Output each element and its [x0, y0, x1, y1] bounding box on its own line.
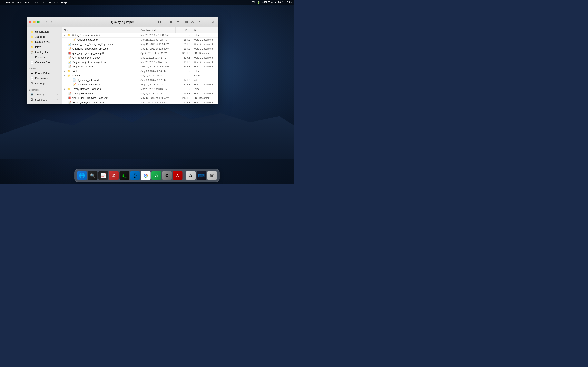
- table-row[interactable]: 📝 revised_Elder_Qualifying_Paper.docx Ma…: [62, 42, 218, 47]
- table-row[interactable]: ▶ 📁 Library Methods Proposals Mar 29, 20…: [62, 87, 218, 91]
- table-row[interactable]: 📝 QualifyingPaperAcceptForm.doc May 13, …: [62, 47, 218, 51]
- menubar-app-name[interactable]: Finder: [6, 1, 14, 4]
- minimize-button[interactable]: [33, 21, 35, 23]
- dock-icon-finder[interactable]: 🌐: [77, 171, 87, 180]
- sidebar-item-documents[interactable]: 📄 Documents: [28, 76, 61, 81]
- tag-button[interactable]: [196, 19, 201, 25]
- table-row[interactable]: ▶ 📁 Print Aug 9, 2018 at 2:16 PM -- Fold…: [62, 69, 218, 73]
- dock-icon-vscode2[interactable]: ⌨: [197, 171, 207, 180]
- maximize-button[interactable]: [37, 21, 40, 23]
- col-name: 📝 Library Books.docx: [62, 92, 139, 95]
- table-row[interactable]: 📝 QP Proposal Draft 1.docx May 9, 2018 a…: [62, 55, 218, 60]
- close-button[interactable]: [29, 21, 31, 23]
- dock-icon-robinhood[interactable]: 📈: [98, 171, 108, 180]
- share-button[interactable]: [190, 19, 195, 25]
- eject-icon[interactable]: ⏏: [56, 98, 58, 101]
- svg-rect-10: [177, 21, 180, 22]
- svg-rect-4: [164, 21, 167, 21]
- dock-icon-print[interactable]: 🖨: [186, 171, 196, 180]
- file-name: Project Subject Headings.docx: [72, 61, 106, 64]
- sidebar-item-home[interactable]: 🏠 timothyelder: [28, 50, 61, 54]
- dock-icon-trash[interactable]: 🗑: [207, 171, 217, 180]
- sidebar-item-pandoc[interactable]: 📁 .pandoc: [28, 34, 61, 39]
- dock-icon-alfred[interactable]: 🔍: [88, 171, 98, 180]
- apple-menu[interactable]: : [2, 1, 3, 4]
- sidebar-item-desktop[interactable]: 🖥 Desktop: [28, 81, 61, 86]
- table-row[interactable]: 📝 Library Books.docx May 2, 2018 at 4:17…: [62, 91, 218, 96]
- table-row[interactable]: 📝 Project Notes.docx Nov 15, 2017 at 11:…: [62, 64, 218, 69]
- expand-arrow-icon[interactable]: ▶: [64, 34, 66, 36]
- col-header-name[interactable]: Name ▼: [62, 27, 139, 33]
- search-button[interactable]: [210, 19, 216, 25]
- col-kind: PDF Document: [192, 52, 218, 55]
- table-row[interactable]: 📝 lit_review_notes.docx Aug 10, 2018 at …: [62, 82, 218, 87]
- expand-arrow-icon[interactable]: ▶: [64, 88, 66, 90]
- col-date: Sep 6, 2018 at 3:57 PM: [139, 79, 176, 82]
- more-button[interactable]: [202, 19, 208, 25]
- sidebar-item-plaintext[interactable]: 📁 plaintext_w...: [28, 39, 61, 44]
- sidebar-item-ssd[interactable]: 🖥 ssdfiles.... ⏏: [28, 97, 61, 102]
- file-icon: 📝: [68, 65, 71, 68]
- sidebar-item-latex[interactable]: 📁 latex: [28, 44, 61, 49]
- sidebar-item-label: Pictures: [35, 56, 45, 59]
- locations-section-label: Locations: [26, 86, 62, 92]
- table-row[interactable]: 📝 revision notes.docx Mar 25, 2019 at 4:…: [62, 38, 218, 42]
- menubar-file[interactable]: File: [17, 1, 22, 4]
- sidebar-item-pictures[interactable]: 🖼 Pictures: [28, 55, 61, 59]
- sidebar-item-label: timothyelder: [35, 50, 50, 54]
- svg-rect-6: [164, 23, 167, 23]
- col-size: 24 KB: [176, 65, 192, 68]
- menubar-window[interactable]: Window: [49, 1, 58, 4]
- col-header-date[interactable]: Date Modified: [139, 27, 176, 33]
- table-row[interactable]: ▶ 📁 Material May 6, 2019 at 5:26 PM -- F…: [62, 73, 218, 78]
- gallery-view-button[interactable]: [175, 19, 181, 25]
- menubar-go[interactable]: Go: [42, 1, 45, 4]
- menubar-view[interactable]: View: [33, 1, 38, 4]
- table-row[interactable]: 📕 final_Elder_Qualifying_Paper.pdf May 1…: [62, 96, 218, 100]
- dock-icon-vscode[interactable]: ⟨⟩: [130, 171, 140, 180]
- list-view-button[interactable]: [163, 19, 169, 25]
- file-list-header: Name ▼ Date Modified Size Kind: [62, 27, 218, 33]
- table-row[interactable]: 📝 Elder_Qualifying_Paper.docx Jan 3, 201…: [62, 100, 218, 104]
- table-row[interactable]: 📄 lit_review_notes.md Sep 6, 2018 at 3:5…: [62, 78, 218, 82]
- menubar-datetime: Thu Jan 26 11:16 AM: [268, 1, 292, 4]
- col-kind: PDF Document: [192, 97, 218, 100]
- svg-rect-11: [177, 23, 177, 24]
- svg-point-24: [145, 175, 147, 176]
- sidebar-item-dissertation[interactable]: 📁 dissertation: [28, 29, 61, 34]
- table-row[interactable]: 📕 qual_paper_accept_form.pdf Apr 2, 2019…: [62, 51, 218, 55]
- dock-icon-zotero[interactable]: Z: [109, 171, 119, 180]
- file-list: Name ▼ Date Modified Size Kind: [62, 27, 218, 104]
- dock-icon-chrome[interactable]: [141, 171, 151, 180]
- dock-icon-spotify[interactable]: ♫: [151, 171, 161, 180]
- folder-icon: 📁: [30, 45, 34, 49]
- file-icon: 📝: [68, 43, 71, 46]
- forward-button[interactable]: ›: [49, 20, 54, 25]
- col-name: ▶ 📁 Writing Seminar Submission: [62, 34, 139, 37]
- group-by-button[interactable]: [183, 19, 189, 25]
- sidebar-item-icloud-drive[interactable]: ☁ iCloud Drive: [28, 71, 61, 76]
- sidebar-item-label: ssdfiles....: [35, 98, 47, 101]
- dock-icon-system-prefs[interactable]: ⚙: [162, 171, 172, 180]
- eject-icon[interactable]: ⏏: [56, 93, 58, 96]
- dock-icon-terminal[interactable]: $_: [120, 171, 130, 180]
- table-row[interactable]: 📝 Project Subject Headings.docx Mar 29, …: [62, 60, 218, 64]
- table-row[interactable]: ▶ 📁 Writing Seminar Submission Mar 20, 2…: [62, 33, 218, 38]
- expand-arrow-icon[interactable]: ▶: [64, 70, 66, 72]
- sidebar-item-creative[interactable]: 📄 Creative Clo...: [28, 60, 61, 65]
- svg-rect-3: [160, 22, 161, 24]
- back-button[interactable]: ‹: [44, 20, 49, 25]
- sidebar-item-timothy[interactable]: 💻 Timothy'... ⏏: [28, 92, 61, 97]
- dock-icon-acrobat[interactable]: A: [173, 171, 182, 180]
- menubar-wifi: WiFi: [262, 1, 267, 4]
- icon-view-button[interactable]: [157, 19, 163, 25]
- expand-arrow-icon[interactable]: ▶: [64, 75, 66, 77]
- col-size: --: [176, 34, 192, 37]
- col-header-kind[interactable]: Kind: [192, 27, 218, 33]
- menubar-help[interactable]: Help: [61, 1, 67, 4]
- column-view-button[interactable]: [169, 19, 175, 25]
- menubar-edit[interactable]: Edit: [25, 1, 29, 4]
- col-kind: Word 2...ocument: [192, 38, 218, 41]
- home-icon: 🏠: [30, 50, 34, 54]
- col-header-size[interactable]: Size: [176, 27, 192, 33]
